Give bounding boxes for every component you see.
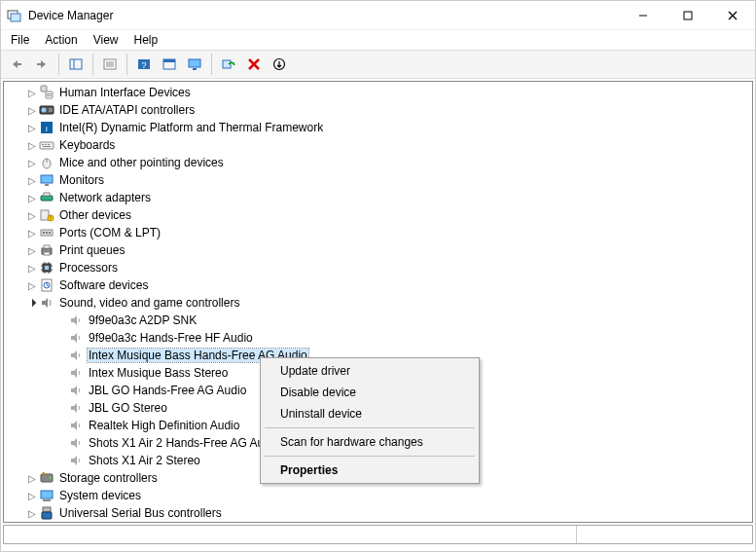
toolbar-show-hide-button[interactable] bbox=[64, 53, 88, 76]
speaker-icon bbox=[68, 400, 84, 416]
menu-view[interactable]: View bbox=[86, 32, 126, 48]
svg-rect-26 bbox=[47, 93, 52, 94]
tree-category[interactable]: ▷Keyboards bbox=[4, 136, 752, 154]
no-arrow bbox=[54, 454, 68, 467]
toolbar-scan-button[interactable] bbox=[217, 53, 240, 76]
expand-arrow-icon[interactable]: ▷ bbox=[25, 86, 39, 99]
tree-node-label: Human Interface Devices bbox=[58, 86, 192, 99]
expand-arrow-icon[interactable]: ▷ bbox=[25, 489, 39, 502]
tree-category[interactable]: ▷!Other devices bbox=[4, 206, 752, 224]
no-arrow bbox=[54, 331, 68, 345]
svg-rect-1 bbox=[11, 14, 20, 21]
svg-rect-55 bbox=[45, 266, 49, 270]
menu-help[interactable]: Help bbox=[126, 32, 166, 48]
close-button[interactable] bbox=[710, 1, 755, 30]
tree-node-label: JBL GO Hands-Free AG Audio bbox=[88, 384, 247, 397]
tree-node-label: Intel(R) Dynamic Platform and Thermal Fr… bbox=[58, 121, 324, 134]
expand-arrow-icon[interactable]: ▷ bbox=[25, 121, 39, 134]
minimize-button[interactable] bbox=[621, 1, 666, 30]
tree-category[interactable]: ▷Human Interface Devices bbox=[4, 84, 752, 101]
context-menu-properties[interactable]: Properties bbox=[263, 460, 477, 481]
toolbar-enable-button[interactable] bbox=[268, 53, 291, 76]
context-menu-uninstall-device[interactable]: Uninstall device bbox=[263, 403, 477, 424]
svg-point-67 bbox=[50, 477, 52, 479]
tree-category[interactable]: ▷Software devices bbox=[4, 276, 752, 294]
toolbar-separator bbox=[126, 54, 127, 75]
expand-arrow-icon[interactable]: ▷ bbox=[25, 208, 39, 222]
toolbar-help-button[interactable]: ? bbox=[132, 53, 156, 76]
tree-node-label: Network adapters bbox=[58, 191, 152, 204]
network-icon bbox=[39, 190, 54, 205]
context-menu-update-driver[interactable]: Update driver bbox=[263, 360, 477, 382]
window-title: Device Manager bbox=[28, 9, 621, 22]
tree-category[interactable]: ▷Ports (COM & LPT) bbox=[4, 224, 752, 241]
menu-file[interactable]: File bbox=[3, 32, 37, 48]
tree-category[interactable]: ▷Processors bbox=[4, 259, 752, 276]
toolbar-action-button[interactable] bbox=[158, 53, 181, 76]
svg-rect-71 bbox=[42, 512, 52, 519]
tree-node-label: Mice and other pointing devices bbox=[58, 156, 225, 169]
toolbar-delete-button[interactable] bbox=[242, 53, 266, 76]
expand-arrow-icon[interactable]: ▷ bbox=[25, 138, 39, 152]
toolbar-properties-button[interactable] bbox=[98, 53, 122, 76]
svg-rect-42 bbox=[41, 196, 53, 201]
svg-rect-40 bbox=[41, 175, 53, 183]
svg-rect-8 bbox=[70, 59, 82, 69]
collapse-arrow-icon[interactable] bbox=[25, 296, 39, 310]
keyboard-icon bbox=[39, 137, 54, 153]
tree-category[interactable]: ▷Mice and other pointing devices bbox=[4, 154, 752, 171]
no-arrow bbox=[54, 436, 68, 450]
svg-rect-41 bbox=[45, 184, 49, 186]
svg-rect-70 bbox=[43, 507, 51, 512]
expand-arrow-icon[interactable]: ▷ bbox=[25, 156, 39, 169]
tree-category-expanded[interactable]: Sound, video and game controllers bbox=[4, 294, 752, 312]
expand-arrow-icon[interactable]: ▷ bbox=[25, 191, 39, 204]
expand-arrow-icon[interactable]: ▷ bbox=[25, 226, 39, 239]
toolbar-back-button[interactable] bbox=[5, 53, 28, 76]
svg-rect-52 bbox=[44, 245, 50, 248]
svg-rect-53 bbox=[44, 252, 50, 255]
tree-node-label: Other devices bbox=[58, 208, 132, 222]
svg-point-50 bbox=[49, 232, 51, 234]
no-arrow bbox=[54, 419, 68, 432]
expand-arrow-icon[interactable]: ▷ bbox=[25, 278, 39, 292]
tree-category[interactable]: ▷Network adapters bbox=[4, 189, 752, 206]
expand-arrow-icon[interactable]: ▷ bbox=[25, 506, 39, 520]
tree-node-label: Software devices bbox=[58, 278, 149, 292]
svg-point-48 bbox=[43, 232, 45, 234]
expand-arrow-icon[interactable]: ▷ bbox=[25, 243, 39, 257]
expand-arrow-icon[interactable]: ▷ bbox=[25, 173, 39, 187]
tree-category[interactable]: ▷IDE ATA/ATAPI controllers bbox=[4, 101, 752, 119]
tree-category[interactable]: ▷Universal Serial Bus controllers bbox=[4, 504, 752, 522]
expand-arrow-icon[interactable]: ▷ bbox=[25, 261, 39, 275]
svg-point-49 bbox=[46, 232, 48, 234]
svg-rect-30 bbox=[49, 108, 53, 112]
svg-rect-18 bbox=[189, 59, 200, 67]
tree-category[interactable]: ▷Monitors bbox=[4, 171, 752, 189]
context-menu-scan-hardware[interactable]: Scan for hardware changes bbox=[263, 431, 477, 453]
port-icon bbox=[39, 225, 54, 240]
no-arrow bbox=[54, 313, 68, 327]
tree-category[interactable]: ▷iIntel(R) Dynamic Platform and Thermal … bbox=[4, 119, 752, 136]
tree-node-label: Monitors bbox=[58, 173, 105, 187]
storage-icon bbox=[39, 470, 54, 486]
tree-device[interactable]: 9f9e0a3c A2DP SNK bbox=[4, 312, 752, 329]
tree-category[interactable]: ▷System devices bbox=[4, 487, 752, 504]
expand-arrow-icon[interactable]: ▷ bbox=[25, 471, 39, 485]
toolbar-forward-button[interactable] bbox=[30, 53, 54, 76]
tree-category[interactable]: ▷Print queues bbox=[4, 241, 752, 259]
status-bar bbox=[3, 525, 753, 544]
tree-node-label: Universal Serial Bus controllers bbox=[58, 506, 223, 520]
maximize-button[interactable] bbox=[666, 1, 710, 30]
expand-arrow-icon[interactable]: ▷ bbox=[25, 103, 39, 117]
tree-device[interactable]: 9f9e0a3c Hands-Free HF Audio bbox=[4, 329, 752, 347]
tree-node-label: Keyboards bbox=[58, 138, 116, 152]
menu-action[interactable]: Action bbox=[37, 32, 85, 48]
no-arrow bbox=[54, 384, 68, 397]
toolbar-monitor-button[interactable] bbox=[183, 53, 206, 76]
printer-icon bbox=[39, 242, 54, 258]
tree-node-label: Shots X1 Air 2 Stereo bbox=[88, 454, 201, 467]
svg-point-29 bbox=[42, 108, 47, 113]
context-menu-disable-device[interactable]: Disable device bbox=[263, 382, 477, 403]
tree-view: ▷Human Interface Devices▷IDE ATA/ATAPI c… bbox=[3, 81, 753, 523]
